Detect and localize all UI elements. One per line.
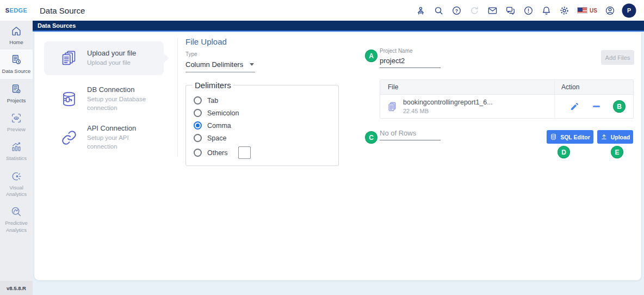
action-column-header: Action [554, 80, 633, 94]
app-logo: SEDGE [0, 7, 33, 14]
assistant-bot-icon[interactable] [416, 5, 426, 16]
profile-avatar[interactable]: P [623, 4, 635, 17]
upload-arrow-icon [600, 133, 608, 140]
sql-editor-label: SQL Editor [560, 134, 590, 140]
sidebar-item-data-source[interactable]: Data Source [0, 50, 33, 78]
refresh-icon[interactable] [469, 5, 480, 16]
project-name-field: Project Name [380, 48, 441, 68]
no-of-rows-field [380, 126, 441, 140]
file-doc-icon [387, 101, 398, 112]
chat-icon[interactable] [505, 5, 516, 16]
sql-editor-button[interactable]: SQL Editor [547, 130, 593, 144]
info-icon[interactable] [523, 5, 534, 16]
radio-others[interactable] [194, 149, 202, 157]
svg-text:?: ? [455, 8, 458, 13]
delimiter-option-comma: Comma [194, 121, 331, 130]
project-name-input[interactable] [380, 55, 441, 68]
no-of-rows-input[interactable] [380, 127, 441, 140]
data-source-icon [10, 54, 22, 66]
preview-icon [10, 112, 22, 124]
page-title: Data Source [40, 6, 85, 15]
content-area: Data Sources Upload your file Upload you… [33, 21, 644, 295]
upload-button[interactable]: Upload [597, 130, 633, 144]
data-sources-panel: Upload your file Upload your file DB Con… [34, 33, 642, 281]
sidebar-item-visual-analytics[interactable]: Visual Analytics [0, 166, 33, 202]
annotation-badge-a: A [365, 50, 377, 62]
file-upload-form: File Upload Type Column Delimiters Delim… [185, 37, 339, 166]
project-name-label: Project Name [380, 48, 441, 54]
delimiter-option-space: Space [194, 134, 331, 142]
type-label: Type [185, 51, 339, 57]
radio-comma[interactable] [194, 121, 202, 130]
file-size: 22.45 MB [403, 108, 493, 114]
type-select[interactable]: Column Delimiters [185, 59, 255, 72]
delimiter-option-others: Others [194, 146, 331, 159]
option-subtitle: Setup your API connection [87, 134, 159, 151]
sidebar: Home Data Source Projects Preview Statis… [0, 21, 33, 295]
delimiter-option-semicolon: Semicolon [194, 109, 331, 117]
chevron-down-icon [250, 63, 254, 66]
locale-selector[interactable]: US [577, 7, 597, 14]
source-option-upload-file[interactable]: Upload your file Upload your file [44, 41, 164, 75]
table-row: bookingcontrollingreport1_6... 22.45 MB [380, 95, 633, 118]
us-flag-icon [577, 7, 587, 14]
delimiters-legend: Delimiters [193, 81, 233, 90]
vertical-divider [177, 38, 178, 157]
radio-semicolon[interactable] [194, 109, 202, 117]
source-option-db-connection[interactable]: DB Connection Setup your Database connec… [44, 83, 164, 115]
option-subtitle: Setup your Database connection [87, 95, 159, 112]
visual-analytics-icon [10, 170, 22, 182]
projects-icon [10, 83, 22, 95]
notifications-icon[interactable] [541, 5, 552, 16]
mail-icon[interactable] [487, 5, 498, 16]
annotation-badge-d: D [558, 146, 570, 158]
help-icon[interactable]: ? [451, 5, 462, 16]
sidebar-item-home[interactable]: Home [0, 21, 33, 50]
file-table-header: File Action [380, 80, 633, 95]
radio-tab[interactable] [194, 96, 202, 105]
option-subtitle: Upload your file [87, 59, 159, 67]
remove-file-icon[interactable] [593, 106, 600, 107]
file-cell: bookingcontrollingreport1_6... 22.45 MB [380, 95, 554, 118]
predictive-analytics-icon [10, 206, 22, 218]
add-files-button[interactable]: Add Files [601, 50, 634, 65]
type-select-value: Column Delimiters [185, 60, 243, 69]
sidebar-item-preview[interactable]: Preview [0, 108, 33, 137]
upload-label: Upload [611, 134, 630, 140]
home-icon [10, 25, 22, 37]
sidebar-item-predictive-analytics[interactable]: Predictive Analytics [0, 201, 33, 237]
sidebar-item-projects[interactable]: Projects [0, 79, 33, 108]
option-title: Upload your file [87, 49, 159, 57]
topbar: SEDGE Data Source ? US [0, 0, 644, 21]
file-table: File Action bookingcontrollingreport1_6.… [380, 79, 634, 119]
annotation-badge-b: B [613, 100, 626, 113]
file-stack-icon [60, 50, 78, 67]
annotation-badge-e: E [611, 146, 623, 158]
delimiters-group: Delimiters Tab Semicolon Comma Space [185, 81, 339, 166]
file-column-header: File [380, 83, 554, 91]
edit-file-icon[interactable] [570, 102, 579, 111]
option-title: API Connection [87, 124, 159, 132]
database-plug-icon [60, 90, 78, 108]
database-icon [550, 133, 557, 140]
tab-bar: Data Sources [33, 21, 644, 32]
radio-space[interactable] [194, 134, 202, 142]
tab-data-sources[interactable]: Data Sources [33, 22, 81, 29]
statistics-icon [10, 141, 22, 153]
settings-icon[interactable] [559, 5, 569, 16]
form-heading: File Upload [185, 37, 339, 46]
source-option-api-connection[interactable]: API Connection Setup your API connection [44, 124, 164, 151]
others-delimiter-input[interactable] [238, 146, 251, 159]
file-name: bookingcontrollingreport1_6... [403, 99, 493, 106]
sidebar-item-statistics[interactable]: Statistics [0, 137, 33, 165]
app-version: v8.5.8.R [0, 281, 33, 295]
annotation-badge-c: C [365, 131, 377, 144]
locale-code: US [590, 8, 597, 14]
search-icon[interactable] [434, 5, 444, 16]
account-icon[interactable] [605, 5, 615, 16]
option-title: DB Connection [87, 85, 159, 94]
topbar-actions: ? US P [416, 4, 644, 17]
link-icon [60, 129, 78, 146]
delimiter-option-tab: Tab [194, 96, 331, 105]
